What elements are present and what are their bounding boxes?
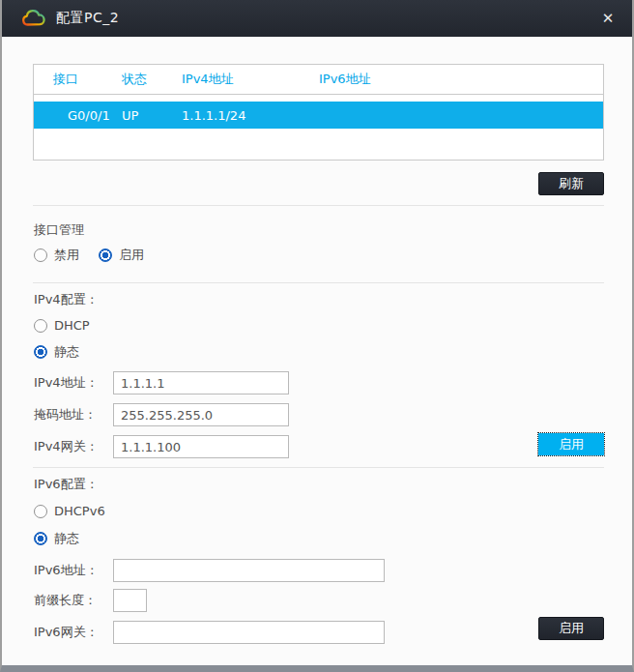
radio-disable-label: 禁用 <box>54 247 79 264</box>
ipv4-gateway-field: IPv4网关： <box>34 435 289 458</box>
radio-off-icon <box>34 248 47 262</box>
table-header-interface[interactable]: 接口 <box>53 71 122 88</box>
prefix-length-input[interactable] <box>113 589 147 612</box>
window-titlebar: 配置PC_2 ✕ <box>0 0 634 37</box>
radio-off-icon <box>34 319 47 333</box>
ipv6-gateway-label: IPv6网关： <box>34 624 113 641</box>
divider <box>33 205 604 206</box>
ipv6-gateway-input[interactable] <box>113 621 385 644</box>
radio-ipv6-static[interactable]: 静态 <box>34 530 79 547</box>
table-header-status[interactable]: 状态 <box>122 71 182 88</box>
cell-interface: G0/0/1 <box>53 108 122 123</box>
ipv4-address-input[interactable] <box>113 371 289 394</box>
radio-dhcpv6-label: DHCPv6 <box>54 504 105 518</box>
ipv4-section-label: IPv4配置： <box>34 291 99 308</box>
interface-table: 接口 状态 IPv4地址 IPv6地址 G0/0/1 UP 1.1.1.1/24 <box>33 64 604 161</box>
radio-on-icon <box>99 248 112 262</box>
divider <box>33 467 604 468</box>
radio-off-icon <box>34 505 47 518</box>
refresh-button[interactable]: 刷新 <box>538 172 604 195</box>
radio-static-label: 静态 <box>54 343 79 361</box>
radio-on-icon <box>34 532 47 545</box>
config-dialog: 配置PC_2 ✕ 接口 状态 IPv4地址 IPv6地址 G0/0/1 UP 1… <box>0 0 634 672</box>
ipv6-address-field: IPv6地址： <box>34 559 385 582</box>
table-header-ipv6[interactable]: IPv6地址 <box>319 71 603 88</box>
window-title: 配置PC_2 <box>56 10 119 27</box>
mask-address-field: 掩码地址： <box>34 403 289 426</box>
prefix-length-label: 前缀长度： <box>34 592 113 609</box>
close-button[interactable]: ✕ <box>595 6 620 31</box>
radio-enable-label: 启用 <box>119 247 144 264</box>
ipv6-address-input[interactable] <box>113 559 385 582</box>
radio-disable[interactable]: 禁用 <box>34 247 79 264</box>
table-header-row: 接口 状态 IPv4地址 IPv6地址 <box>34 65 603 95</box>
prefix-length-field: 前缀长度： <box>34 589 147 612</box>
divider <box>33 282 604 283</box>
interface-mgmt-label: 接口管理 <box>34 221 84 239</box>
ensp-cloud-icon <box>21 9 46 28</box>
ipv4-gateway-input[interactable] <box>113 435 289 458</box>
radio-on-icon <box>34 345 47 359</box>
radio-ipv4-static[interactable]: 静态 <box>34 343 79 361</box>
table-header-ipv4[interactable]: IPv4地址 <box>182 71 319 88</box>
radio-ipv6-dhcp[interactable]: DHCPv6 <box>34 504 105 518</box>
ipv4-address-field: IPv4地址： <box>34 371 289 394</box>
radio-static6-label: 静态 <box>54 530 79 547</box>
table-row-selected[interactable]: G0/0/1 UP 1.1.1.1/24 <box>34 102 603 129</box>
radio-dhcp-label: DHCP <box>54 318 90 333</box>
ipv6-address-label: IPv6地址： <box>34 562 113 579</box>
ipv6-enable-button[interactable]: 启用 <box>538 617 604 640</box>
radio-enable[interactable]: 启用 <box>99 247 144 264</box>
ipv4-gateway-label: IPv4网关： <box>34 438 113 455</box>
mask-address-input[interactable] <box>113 403 289 426</box>
ipv6-gateway-field: IPv6网关： <box>34 621 385 644</box>
close-icon: ✕ <box>602 10 615 27</box>
radio-ipv4-dhcp[interactable]: DHCP <box>34 318 90 333</box>
cell-ipv4: 1.1.1.1/24 <box>182 108 319 123</box>
ipv4-enable-button[interactable]: 启用 <box>538 433 604 455</box>
cell-status: UP <box>122 108 182 123</box>
mask-address-label: 掩码地址： <box>34 406 113 424</box>
ipv6-section-label: IPv6配置： <box>34 476 99 493</box>
ipv4-address-label: IPv4地址： <box>34 374 113 392</box>
